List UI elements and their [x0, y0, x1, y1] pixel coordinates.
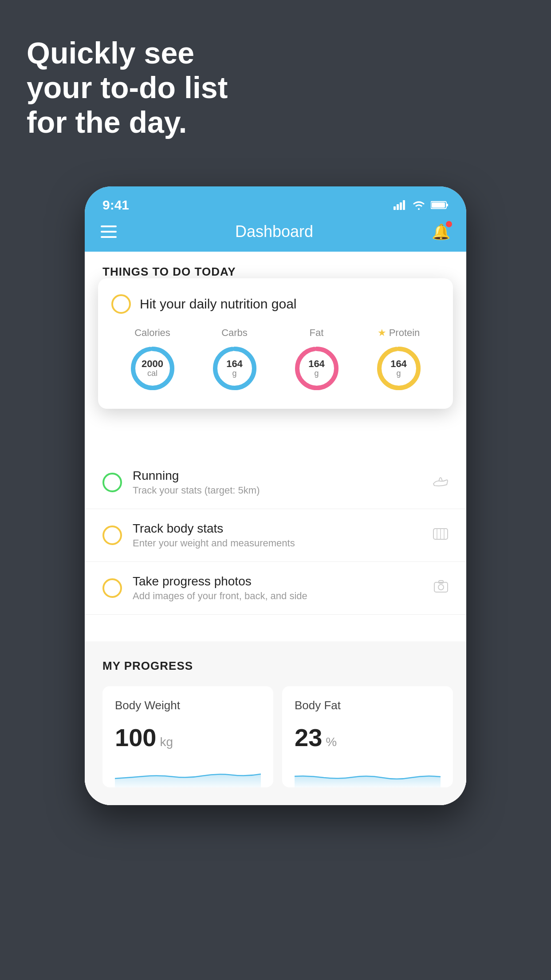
protein-donut: 164 g: [374, 344, 423, 393]
carbs-label: Carbs: [221, 327, 248, 339]
nav-title: Dashboard: [235, 222, 313, 241]
carbs-donut: 164 g: [210, 344, 259, 393]
svg-rect-19: [434, 582, 448, 592]
wifi-icon: [412, 200, 425, 210]
calories-value: 2000 cal: [142, 359, 163, 378]
protein-value: 164 g: [390, 359, 407, 378]
hamburger-line: [101, 225, 117, 227]
status-time: 9:41: [102, 198, 129, 213]
phone-content: THINGS TO DO TODAY Hit your daily nutrit…: [85, 252, 466, 805]
nutrition-item-fat: Fat 164 g: [292, 327, 341, 393]
progress-section: MY PROGRESS Body Weight 100 kg: [85, 641, 466, 805]
nutrition-item-carbs: Carbs 164 g: [210, 327, 259, 393]
todo-text-running: Running Track your stats (target: 5km): [133, 469, 422, 496]
bell-button[interactable]: 🔔: [432, 223, 450, 241]
nutrition-card-title: Hit your daily nutrition goal: [140, 296, 297, 312]
todo-subtitle-running: Track your stats (target: 5km): [133, 485, 422, 496]
progress-cards: Body Weight 100 kg: [102, 686, 453, 787]
nutrition-item-protein: ★ Protein 164 g: [374, 327, 423, 393]
body-fat-value: 23: [295, 723, 322, 752]
photo-icon: [433, 580, 449, 597]
hamburger-button[interactable]: [101, 225, 117, 238]
svg-point-20: [438, 585, 444, 590]
todo-title-body-stats: Track body stats: [133, 522, 422, 536]
hamburger-line: [101, 236, 117, 238]
nutrition-status-circle: [111, 294, 131, 314]
todo-subtitle-photos: Add images of your front, back, and side: [133, 590, 423, 602]
nutrition-circles: Calories 2000 cal Carbs: [111, 327, 440, 393]
scale-icon: [433, 527, 449, 544]
todo-item-body-stats[interactable]: Track body stats Enter your weight and m…: [85, 509, 466, 562]
svg-rect-5: [446, 204, 448, 206]
body-weight-value-row: 100 kg: [115, 723, 261, 752]
fat-label: Fat: [310, 327, 324, 339]
hero-line3: for the day.: [27, 105, 228, 139]
todo-circle-running: [102, 473, 122, 492]
nutrition-card-header: Hit your daily nutrition goal: [111, 294, 440, 314]
hero-line1: Quickly see: [27, 36, 228, 70]
body-weight-unit: kg: [160, 735, 173, 749]
svg-rect-3: [403, 200, 405, 210]
svg-rect-1: [397, 204, 399, 210]
body-fat-title: Body Fat: [295, 699, 441, 712]
todo-text-body-stats: Track body stats Enter your weight and m…: [133, 522, 422, 549]
svg-rect-6: [432, 202, 445, 208]
nutrition-card: Hit your daily nutrition goal Calories 2…: [98, 278, 453, 409]
status-icons: [394, 200, 449, 210]
todo-subtitle-body-stats: Enter your weight and measurements: [133, 537, 422, 549]
body-weight-title: Body Weight: [115, 699, 261, 712]
progress-card-fat: Body Fat 23 %: [282, 686, 453, 787]
protein-label: ★ Protein: [378, 327, 420, 339]
body-fat-chart: [295, 761, 441, 787]
todo-circle-body-stats: [102, 526, 122, 545]
nutrition-item-calories: Calories 2000 cal: [128, 327, 177, 393]
hamburger-line: [101, 231, 117, 233]
spacer: [85, 615, 466, 641]
progress-card-weight: Body Weight 100 kg: [102, 686, 273, 787]
todo-list: Running Track your stats (target: 5km) T…: [85, 456, 466, 805]
nav-bar: Dashboard 🔔: [85, 215, 466, 252]
body-fat-unit: %: [326, 735, 337, 749]
todo-text-photos: Take progress photos Add images of your …: [133, 574, 423, 602]
phone-mockup: 9:41: [85, 186, 466, 805]
calories-label: Calories: [134, 327, 170, 339]
svg-rect-0: [394, 206, 396, 210]
notification-dot: [446, 221, 452, 227]
todo-item-photos[interactable]: Take progress photos Add images of your …: [85, 562, 466, 615]
todo-title-photos: Take progress photos: [133, 574, 423, 589]
battery-icon: [431, 200, 449, 210]
todo-circle-photos: [102, 578, 122, 598]
carbs-value: 164 g: [226, 359, 243, 378]
todo-title-running: Running: [133, 469, 422, 483]
shoe-icon: [433, 475, 449, 490]
body-weight-value: 100: [115, 723, 156, 752]
fat-value: 164 g: [308, 359, 325, 378]
star-icon: ★: [378, 327, 386, 339]
body-fat-value-row: 23 %: [295, 723, 441, 752]
body-weight-chart: [115, 761, 261, 787]
hero-line2: your to-do list: [27, 70, 228, 105]
progress-header: MY PROGRESS: [102, 659, 453, 673]
svg-rect-2: [400, 202, 402, 210]
calories-donut: 2000 cal: [128, 344, 177, 393]
hero-text: Quickly see your to-do list for the day.: [27, 36, 228, 140]
todo-item-running[interactable]: Running Track your stats (target: 5km): [85, 456, 466, 509]
status-bar: 9:41: [85, 186, 466, 215]
fat-donut: 164 g: [292, 344, 341, 393]
signal-icon: [394, 200, 407, 210]
